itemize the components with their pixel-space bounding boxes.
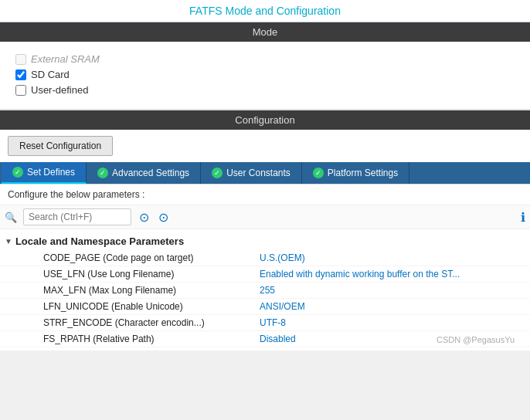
chevron-down-icon: ▼ — [5, 237, 12, 246]
locale-group-header[interactable]: ▼ Locale and Namespace Parameters — [0, 232, 530, 250]
search-input[interactable] — [23, 208, 131, 225]
configuration-section-header: Configuration — [0, 110, 530, 130]
table-row[interactable]: MAX_LFN (Max Long Filename) 255 — [0, 283, 530, 299]
configuration-section: Reset Configuration ✓ Set Defines ✓ Adva… — [0, 130, 530, 351]
content-area: Configure the below parameters : 🔍 ⊙ ⊙ ℹ… — [0, 184, 530, 351]
search-icon: 🔍 — [5, 212, 17, 223]
external-sram-checkbox[interactable] — [15, 54, 26, 65]
sd-card-label: SD Card — [31, 69, 70, 80]
locale-params-list: CODE_PAGE (Code page on target) U.S.(OEM… — [0, 250, 530, 347]
tab-check-icon-set-defines: ✓ — [12, 167, 23, 178]
tab-check-icon-platform-settings: ✓ — [313, 168, 324, 178]
param-tree: ▼ Locale and Namespace Parameters CODE_P… — [0, 229, 530, 351]
param-value: UTF-8 — [260, 317, 522, 328]
user-defined-label: User-defined — [31, 84, 88, 96]
page-title: FATFS Mode and Configuration — [0, 0, 530, 22]
tab-check-icon-user-constants: ✓ — [212, 168, 223, 178]
tab-set-defines[interactable]: ✓ Set Defines — [2, 162, 87, 184]
configure-text: Configure the below parameters : — [0, 185, 530, 205]
param-value: ANSI/OEM — [260, 301, 522, 312]
search-bar: 🔍 ⊙ ⊙ ℹ — [0, 205, 530, 229]
tab-user-constants[interactable]: ✓ User Constants — [201, 162, 302, 184]
tabs-bar: ✓ Set Defines ✓ Advanced Settings ✓ User… — [0, 162, 530, 184]
table-row[interactable]: LFN_UNICODE (Enable Unicode) ANSI/OEM — [0, 299, 530, 315]
tab-check-icon-advanced-settings: ✓ — [97, 168, 108, 178]
param-name: FS_RPATH (Relative Path) — [43, 334, 260, 344]
param-value: 255 — [260, 285, 522, 296]
mode-section-header: Mode — [0, 22, 530, 42]
table-row[interactable]: STRF_ENCODE (Character encodin...) UTF-8 — [0, 315, 530, 331]
reset-btn-area: Reset Configuration — [0, 130, 530, 162]
info-icon[interactable]: ℹ — [521, 210, 525, 225]
param-name: LFN_UNICODE (Enable Unicode) — [43, 301, 260, 312]
search-next-button[interactable]: ⊙ — [157, 210, 170, 225]
param-name: USE_LFN (Use Long Filename) — [43, 269, 260, 279]
tab-platform-settings[interactable]: ✓ Platform Settings — [302, 162, 409, 184]
main-container: FATFS Mode and Configuration Mode Extern… — [0, 0, 530, 351]
external-sram-row: External SRAM — [15, 53, 515, 65]
reset-configuration-button[interactable]: Reset Configuration — [8, 136, 113, 156]
search-prev-button[interactable]: ⊙ — [138, 210, 151, 225]
user-defined-checkbox[interactable] — [15, 85, 26, 96]
external-sram-label: External SRAM — [31, 53, 100, 65]
tab-advanced-settings[interactable]: ✓ Advanced Settings — [87, 162, 201, 184]
table-row[interactable]: CODE_PAGE (Code page on target) U.S.(OEM… — [0, 250, 530, 266]
param-name: STRF_ENCODE (Character encodin...) — [43, 317, 260, 328]
mode-section: External SRAM SD Card User-defined — [0, 42, 530, 110]
param-value: U.S.(OEM) — [260, 252, 522, 263]
user-defined-row: User-defined — [15, 84, 515, 96]
sd-card-row: SD Card — [15, 69, 515, 80]
sd-card-checkbox[interactable] — [15, 69, 26, 80]
watermark: CSDN @PegasusYu — [437, 335, 515, 344]
table-row[interactable]: USE_LFN (Use Long Filename) Enabled with… — [0, 266, 530, 283]
param-value: Enabled with dynamic working buffer on t… — [260, 269, 522, 279]
param-name: CODE_PAGE (Code page on target) — [43, 252, 260, 263]
param-name: MAX_LFN (Max Long Filename) — [43, 285, 260, 296]
